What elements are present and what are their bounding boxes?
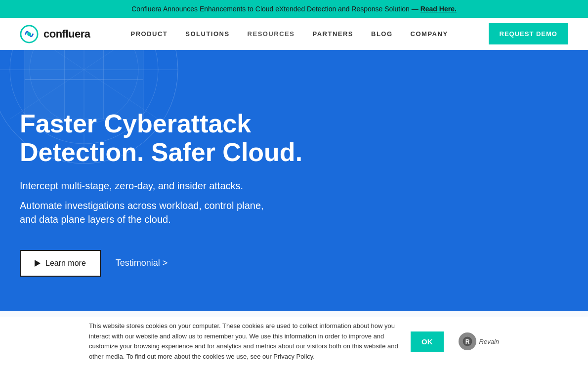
revain-text: Revain: [479, 338, 499, 345]
cookie-text: This website stores cookies on your comp…: [89, 321, 401, 362]
announcement-bar: Confluera Announces Enhancements to Clou…: [0, 0, 588, 18]
navbar: confluera PRODUCT SOLUTIONS RESOURCES PA…: [0, 18, 588, 50]
request-demo-button[interactable]: REQUEST DEMO: [489, 23, 568, 44]
play-icon: [35, 260, 41, 267]
nav-item-partners[interactable]: PARTNERS: [312, 30, 353, 38]
hero-subtitle2: Automate investigations across workload,…: [20, 199, 366, 226]
nav-item-blog[interactable]: BLOG: [371, 30, 393, 38]
revain-widget: R Revain: [459, 332, 499, 350]
nav-item-solutions[interactable]: SOLUTIONS: [185, 30, 229, 38]
announcement-text: Confluera Announces Enhancements to Clou…: [131, 5, 419, 13]
revain-icon: R: [459, 332, 476, 350]
navbar-center: PRODUCT SOLUTIONS RESOURCES PARTNERS BLO…: [130, 30, 448, 38]
nav-item-company[interactable]: COMPANY: [411, 30, 448, 38]
hero-content: Faster Cyberattack Detection. Safer Clou…: [20, 110, 366, 276]
nav-item-product[interactable]: PRODUCT: [130, 30, 168, 38]
hero-section: Faster Cyberattack Detection. Safer Clou…: [0, 50, 588, 317]
logo-text: confluera: [43, 28, 90, 41]
learn-more-button[interactable]: Learn more: [20, 250, 101, 277]
testimonial-link[interactable]: Testimonial >: [116, 258, 168, 268]
nav-item-resources[interactable]: RESOURCES: [248, 30, 295, 38]
cookie-text-content: This website stores cookies on your comp…: [89, 322, 398, 360]
navbar-left: confluera: [20, 25, 90, 43]
hero-buttons: Learn more Testimonial >: [20, 250, 366, 277]
learn-more-label: Learn more: [45, 259, 86, 268]
hero-title: Faster Cyberattack Detection. Safer Clou…: [20, 110, 366, 166]
logo-icon: [20, 25, 39, 43]
cookie-ok-button[interactable]: OK: [411, 331, 444, 352]
announcement-link[interactable]: Read Here.: [420, 5, 457, 13]
svg-text:R: R: [465, 338, 469, 345]
logo-link[interactable]: confluera: [20, 25, 90, 43]
cookie-banner: This website stores cookies on your comp…: [0, 311, 588, 372]
svg-point-1: [27, 32, 31, 36]
hero-subtitle1: Intercept multi-stage, zero-day, and ins…: [20, 180, 366, 192]
